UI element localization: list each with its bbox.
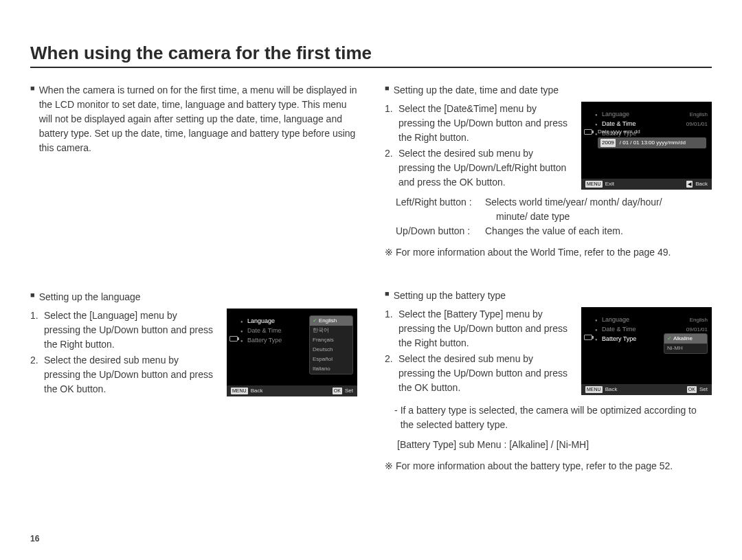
lcd-key-icon: MENU — [231, 388, 248, 395]
lcd-value: English — [690, 111, 708, 119]
date-note: ※ For more information about the World T… — [385, 245, 712, 260]
battery-icon — [584, 335, 592, 340]
battery-icon — [584, 129, 592, 135]
content-columns: ■ When the camera is turned on for the f… — [30, 83, 712, 473]
left-column: ■ When the camera is turned on for the f… — [30, 83, 357, 473]
batt-steps-row: 1.Select the [Battery Type] menu by pres… — [385, 307, 712, 396]
lcd-footer: MENU Back OK Set — [581, 384, 712, 395]
batt-heading-row: ■ Setting up the battery type — [385, 289, 712, 303]
ud-text: Changes the value of each item. — [485, 224, 623, 238]
reference-mark-icon: ※ — [385, 459, 393, 473]
lcd-lang-popup: ✓English 한국어 Français Deutsch Español It… — [309, 315, 353, 374]
lcd-value: English — [690, 316, 708, 324]
date-step-2: Select the desired sub menu by pressing … — [398, 146, 569, 190]
date-heading-row: ■ Setting up the date, time and date typ… — [385, 83, 712, 98]
date-steps: 1.Select the [Date&Time] menu by pressin… — [385, 102, 569, 190]
page-title: When using the camera for the first time — [30, 43, 712, 68]
button-info: Left/Right button :Selects world time/ye… — [396, 195, 712, 238]
lcd-option: Français — [310, 335, 352, 345]
lcd-footer: MENU Back OK Set — [227, 385, 357, 396]
lang-heading: Setting up the language — [39, 290, 141, 304]
lcd-option: Italiano — [310, 364, 352, 374]
lcd-year: 2009 — [600, 139, 616, 147]
lr-text: Selects world time/year/ month/ day/hour… — [485, 195, 662, 210]
intro-block: ■ When the camera is turned on for the f… — [30, 83, 357, 155]
batt-submenu: [Battery Type] sub Menu : [Alkaline] / [… — [397, 438, 712, 452]
batt-steps: 1.Select the [Battery Type] menu by pres… — [385, 307, 569, 395]
lcd-footer-text: Set — [345, 387, 353, 395]
lcd-value: 09/01/01 — [686, 120, 708, 128]
square-bullet-icon: ■ — [385, 288, 390, 302]
lang-heading-row: ■ Setting up the language — [30, 290, 357, 304]
lr-label: Left/Right button : — [396, 195, 485, 210]
lcd-key-icon: MENU — [585, 386, 603, 394]
lang-steps-row: 1.Select the [Language] menu by pressing… — [30, 309, 357, 398]
lcd-footer-text: Exit — [605, 180, 614, 188]
batt-opt-note: - If a battery type is selected, the cam… — [394, 403, 712, 432]
lcd-option: 한국어 — [310, 326, 352, 335]
lcd-footer: MENU Exit ◀ Back — [581, 179, 712, 190]
batt-step-1: Select the [Battery Type] menu by pressi… — [398, 307, 569, 350]
lcd-key-icon: OK — [687, 386, 697, 394]
square-bullet-icon: ■ — [30, 82, 35, 155]
lcd-battery-screenshot: ●LanguageEnglish ●Date & Time09/01/01 ●B… — [581, 307, 712, 395]
lcd-option: Alkaline — [673, 335, 693, 341]
right-column: ■ Setting up the date, time and date typ… — [385, 83, 712, 473]
lcd-date-edit: 2009 / 01 / 01 13:00 yyyy/mm/dd — [598, 137, 706, 148]
lr-text2: minute/ date type — [496, 210, 712, 224]
date-steps-row: 1.Select the [Date&Time] menu by pressin… — [385, 102, 712, 191]
date-note-text: For more information about the World Tim… — [396, 245, 671, 260]
lcd-option: Deutsch — [310, 345, 352, 355]
lang-step-1: Select the [Language] menu by pressing t… — [44, 309, 214, 352]
date-step-1: Select the [Date&Time] menu by pressing … — [398, 102, 569, 145]
lcd-option: Ni-MH — [664, 344, 707, 353]
square-bullet-icon: ■ — [30, 289, 35, 304]
batt-note: ※ For more information about the battery… — [385, 459, 712, 473]
battery-icon — [229, 336, 238, 341]
lcd-item: Language — [602, 110, 687, 120]
intro-text: When the camera is turned on for the fir… — [39, 83, 357, 155]
ud-label: Up/Down button : — [396, 224, 485, 238]
lang-step-2: Select the desired sub menu by pressing … — [44, 353, 214, 396]
batt-heading: Setting up the battery type — [394, 289, 506, 303]
lcd-footer-text: Back — [605, 385, 618, 394]
lcd-option: English — [319, 317, 337, 324]
lcd-option: Español — [310, 355, 352, 364]
lcd-key-icon: OK — [333, 388, 342, 395]
lcd-date-rest: / 01 / 01 13:00 yyyy/mm/dd — [620, 139, 686, 147]
lcd-footer-text: Set — [699, 385, 708, 394]
dash-icon: - — [394, 403, 398, 432]
batt-note-text: For more information about the battery t… — [396, 459, 673, 473]
batt-step-2: Select the desired sub menu by pressing … — [398, 352, 569, 395]
page-number: 16 — [30, 534, 39, 544]
lang-steps: 1.Select the [Language] menu by pressing… — [30, 309, 214, 396]
lcd-toplabel: Date yyyy mm dd — [598, 128, 640, 136]
reference-mark-icon: ※ — [385, 245, 393, 260]
date-heading: Setting up the date, time and date type — [394, 83, 559, 98]
batt-opt-text: If a battery type is selected, the camer… — [401, 403, 712, 432]
lcd-batt-popup: ✓Alkaline Ni-MH — [664, 333, 708, 354]
lcd-item: Language — [602, 315, 687, 325]
lcd-date-screenshot: ●LanguageEnglish ●Date & Time09/01/01 ●B… — [581, 102, 712, 190]
lcd-key-icon: ◀ — [686, 181, 693, 188]
lcd-key-icon: MENU — [585, 181, 603, 188]
square-bullet-icon: ■ — [385, 82, 390, 97]
lcd-footer-text: Back — [251, 387, 263, 395]
lcd-footer-text: Back — [695, 180, 708, 188]
lcd-language-screenshot: ●Language ●Date & Time ●Battery Type ✓En… — [227, 309, 357, 396]
